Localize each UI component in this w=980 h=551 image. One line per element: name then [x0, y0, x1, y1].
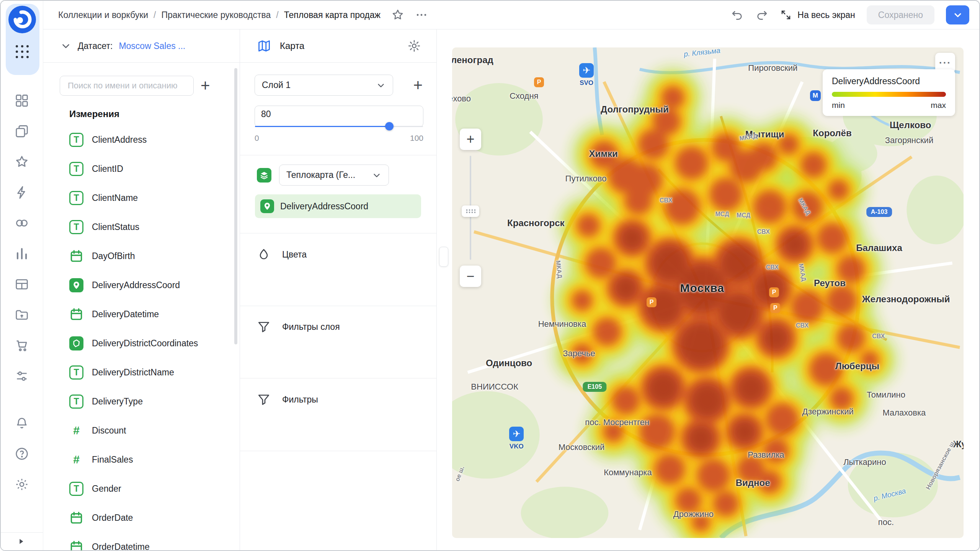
- breadcrumb-separator: /: [276, 10, 278, 20]
- colors-section[interactable]: Цвета: [257, 241, 429, 268]
- map-canvas[interactable]: еленоградСходняр. КлязьмаПироговский✈SVO…: [452, 47, 964, 538]
- paint-drop-icon: [257, 248, 271, 261]
- rail-item-cart[interactable]: [1, 330, 43, 361]
- rail-item-help[interactable]: [1, 439, 43, 469]
- field-name: Gender: [92, 484, 121, 494]
- redo-icon[interactable]: [755, 8, 768, 21]
- layer-row: Слой 1 +: [255, 75, 423, 96]
- dataset-field-ClientName[interactable]: TClientName: [43, 183, 240, 212]
- add-field-button[interactable]: +: [201, 78, 210, 94]
- dataset-field-DeliveryDistrictName[interactable]: TDeliveryDistrictName: [43, 358, 240, 387]
- rail-item-bell[interactable]: [1, 408, 43, 439]
- opacity-max-label: 100: [410, 134, 423, 143]
- legend-title: DeliveryAddressCoord: [832, 76, 946, 86]
- rail-item-folder[interactable]: [1, 300, 43, 330]
- map-area: еленоградСходняр. КлязьмаПироговский✈SVO…: [437, 29, 979, 550]
- rail-item-layers[interactable]: [1, 116, 43, 147]
- opacity-slider-track[interactable]: [255, 126, 423, 127]
- dataset-header[interactable]: Датасет: Moscow Sales ...: [43, 29, 240, 63]
- divider: [240, 378, 436, 378]
- dataset-field-DeliveryAddressCoord[interactable]: DeliveryAddressCoord: [43, 271, 240, 300]
- zoom-out-button[interactable]: −: [460, 266, 481, 287]
- dataset-field-DeliveryDatetime[interactable]: DeliveryDatetime: [43, 300, 240, 329]
- geolayer-type-select[interactable]: Теплокарта (Ге...: [279, 165, 389, 186]
- apps-grid-icon[interactable]: [16, 45, 29, 59]
- layer-select-value: Слой 1: [262, 80, 291, 90]
- undo-icon[interactable]: [731, 8, 744, 21]
- breadcrumb-item-guides[interactable]: Практические руководства: [161, 10, 271, 20]
- dataset-field-ClientAddress[interactable]: TClientAddress: [43, 125, 240, 154]
- datalens-logo[interactable]: [8, 6, 36, 33]
- rail-nav-bottom: [1, 408, 43, 500]
- chart-type-title: Карта: [280, 41, 304, 51]
- favorite-star-icon[interactable]: [391, 8, 404, 21]
- field-search-input[interactable]: [60, 76, 194, 96]
- chart-panel-header: Карта: [240, 29, 436, 63]
- dataset-field-DeliveryType[interactable]: TDeliveryType: [43, 387, 240, 416]
- breadcrumb-item-current[interactable]: Тепловая карта продаж: [284, 10, 381, 20]
- rail-item-bolt[interactable]: [1, 177, 43, 208]
- heatmap-legend: DeliveryAddressCoord min max: [823, 69, 955, 116]
- field-type-string-icon: T: [69, 220, 83, 234]
- dataset-panel: Датасет: Moscow Sales ... + Измерения TC…: [43, 29, 240, 550]
- dataset-name-link[interactable]: Moscow Sales ...: [119, 41, 185, 51]
- dataset-field-Discount[interactable]: #Discount: [43, 416, 240, 445]
- field-name: ClientName: [92, 193, 138, 203]
- dataset-field-DayOfBirth[interactable]: DayOfBirth: [43, 241, 240, 271]
- sliders-icon: [15, 369, 29, 383]
- dataset-label: Датасет:: [78, 41, 113, 51]
- save-dropdown-button[interactable]: [946, 5, 969, 24]
- rail-item-bar-chart[interactable]: [1, 238, 43, 269]
- layer-select[interactable]: Слой 1: [255, 75, 393, 96]
- dataset-field-ClientID[interactable]: TClientID: [43, 154, 240, 183]
- add-layer-button[interactable]: +: [413, 77, 423, 93]
- zoom-in-button[interactable]: +: [460, 129, 481, 150]
- geofield-pill[interactable]: DeliveryAddressCoord: [255, 194, 421, 218]
- more-options-icon[interactable]: [415, 8, 428, 21]
- dimensions-section-title: Измерения: [69, 109, 119, 119]
- divider: [240, 155, 436, 155]
- panel-resize-handle[interactable]: [439, 247, 448, 267]
- field-type-string-icon: T: [69, 395, 83, 409]
- folder-icon: [15, 308, 29, 322]
- filters-section[interactable]: Фильтры: [257, 386, 429, 413]
- rail-item-grid[interactable]: [1, 85, 43, 116]
- fullscreen-button[interactable]: На весь экран: [780, 9, 855, 21]
- field-type-date-icon: [69, 540, 83, 551]
- opacity-slider-handle[interactable]: [385, 122, 394, 130]
- field-name: DeliveryDistrictName: [92, 367, 174, 378]
- zoom-slider-handle[interactable]: [462, 205, 479, 217]
- rail-item-rings[interactable]: [1, 208, 43, 238]
- legend-min-label: min: [832, 101, 845, 110]
- rail-item-star[interactable]: [1, 147, 43, 177]
- breadcrumb-separator: /: [154, 10, 156, 20]
- dataset-field-DeliveryDistrictCoordinates[interactable]: DeliveryDistrictCoordinates: [43, 329, 240, 358]
- rail-collapse-button[interactable]: [1, 532, 43, 550]
- rail-item-sliders[interactable]: [1, 361, 43, 391]
- field-name: ClientAddress: [92, 135, 147, 145]
- opacity-value: 80: [261, 109, 271, 119]
- rail-item-table[interactable]: [1, 269, 43, 300]
- dataset-search-row: +: [60, 76, 210, 96]
- dataset-field-Gender[interactable]: TGender: [43, 474, 240, 503]
- gear-icon: [15, 477, 29, 492]
- map-icon: [257, 39, 271, 53]
- dataset-field-ClientStatus[interactable]: TClientStatus: [43, 212, 240, 241]
- layer-opacity-slider[interactable]: 80: [255, 106, 423, 127]
- divider: [240, 306, 436, 306]
- dataset-field-OrderDatetime[interactable]: OrderDatetime: [43, 532, 240, 550]
- funnel-icon: [257, 393, 271, 406]
- chart-settings-panel: Карта Слой 1 + 80 0 100: [240, 29, 437, 550]
- dataset-field-FinalSales[interactable]: #FinalSales: [43, 445, 240, 474]
- layer-filters-section[interactable]: Фильтры слоя: [257, 313, 429, 340]
- field-name: ClientID: [92, 164, 123, 174]
- chart-settings-gear-icon[interactable]: [407, 39, 421, 53]
- field-name: DeliveryDatetime: [92, 309, 159, 320]
- chevron-down-icon: [952, 10, 963, 20]
- dataset-scrollbar[interactable]: [234, 68, 237, 344]
- saved-button[interactable]: Сохранено: [867, 5, 934, 24]
- rail-item-gear[interactable]: [1, 469, 43, 500]
- table-icon: [15, 277, 29, 292]
- dataset-field-OrderDate[interactable]: OrderDate: [43, 503, 240, 532]
- breadcrumb-item-collections[interactable]: Коллекции и воркбуки: [58, 10, 148, 20]
